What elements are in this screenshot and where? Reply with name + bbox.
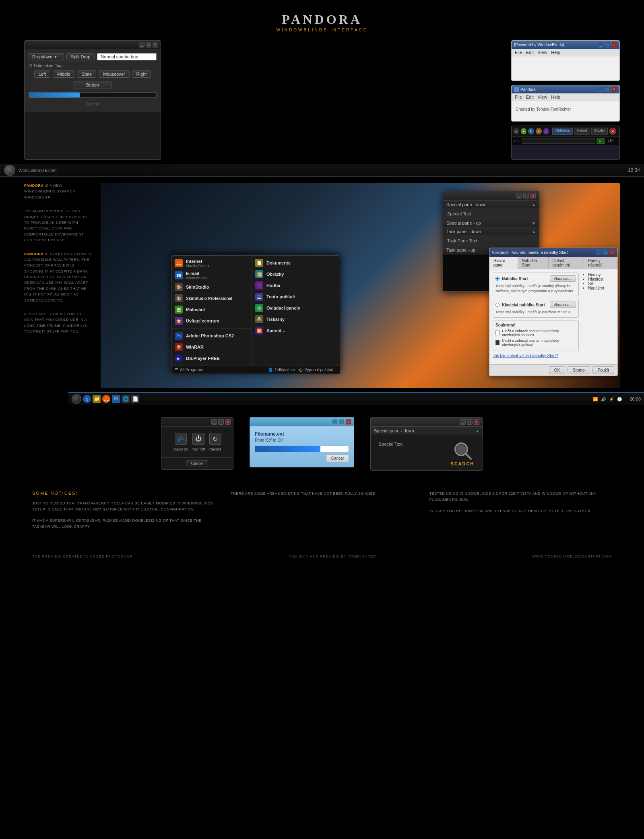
wb-maximize[interactable]: □	[605, 42, 610, 48]
pandora-menu-file[interactable]: File	[515, 95, 522, 99]
check2-box[interactable]	[495, 340, 500, 345]
all-programs-btn[interactable]: ☰ All Programs	[175, 368, 203, 372]
browser-refresh-btn[interactable]: ↻	[528, 128, 534, 134]
right-button[interactable]: Right	[132, 70, 151, 78]
main-button[interactable]: Button	[74, 81, 111, 89]
shut-max[interactable]: □	[218, 419, 224, 425]
fc-max[interactable]: □	[339, 419, 345, 425]
props-tab-oblast[interactable]: Oblast oznámení	[549, 257, 584, 269]
turnoff-btn[interactable]: ⏻ Turn Off	[192, 433, 205, 451]
browser-home-btn[interactable]: ⌂	[543, 128, 549, 134]
oblibena-btn[interactable]: Oblíbená	[552, 128, 573, 135]
props-tab-hlavni[interactable]: Hlavní panel	[489, 257, 518, 269]
tb-extra2-icon[interactable]: 📄	[131, 395, 139, 403]
tb-folder-icon[interactable]: 📁	[93, 395, 101, 403]
shut-min[interactable]: _	[211, 419, 217, 425]
wb-menu-file[interactable]: File	[515, 50, 522, 55]
menu-skinstudio-pro[interactable]: 🎨 SkinStudio Professional	[171, 293, 252, 304]
odhlasit-btn[interactable]: 👤 Odhlásit se	[268, 368, 295, 372]
wb-minimize[interactable]: _	[598, 42, 603, 48]
sw-min[interactable]: _	[460, 419, 466, 425]
menu-spustit[interactable]: ▶️ Spustit...	[252, 325, 340, 336]
menu-winrar[interactable]: 📦 WinRAR	[171, 341, 252, 353]
props-link[interactable]: Jak lze změnit vzhled nabídky Start?	[493, 353, 579, 358]
menu-hudba[interactable]: 🎵 Hudba	[252, 280, 340, 291]
pandora-menu-view[interactable]: View	[538, 95, 547, 99]
wb-close[interactable]: ✕	[611, 42, 617, 48]
klasicka-radio[interactable]	[495, 303, 500, 307]
pouzit-btn[interactable]: Použít	[592, 366, 614, 374]
storno-btn[interactable]: Storno	[568, 366, 590, 374]
restart-btn[interactable]: ↻ Restart	[209, 433, 221, 451]
menu-tiskarny[interactable]: 🖨️ Tiskárny	[252, 314, 340, 325]
menu-ovladaci[interactable]: ⚙️ Ovládací panely	[252, 302, 340, 314]
task-pane-down-header[interactable]: Task pane - down ▲	[443, 227, 539, 236]
sp-close[interactable]: ✕	[530, 193, 536, 198]
browser-addr-input[interactable]	[522, 138, 595, 144]
standby-btn[interactable]: 💤 Stand By	[173, 433, 188, 451]
props-close[interactable]: ✕	[609, 250, 615, 255]
menu-uvitaci[interactable]: ⭐ Uvítací centrum	[171, 315, 252, 327]
shutdown-cancel-btn[interactable]: Cancel	[186, 460, 208, 467]
browser-forward-btn[interactable]: ●	[521, 128, 527, 134]
menu-dokumenty[interactable]: 📄 Dokumenty	[252, 257, 340, 269]
tb-mail-icon[interactable]: ✉	[112, 395, 120, 403]
vlastnosti-1-btn[interactable]: Vlastnosti...	[550, 275, 576, 282]
tb-ie-icon[interactable]: e	[83, 395, 91, 403]
browser-back-btn[interactable]: ◀	[513, 128, 519, 134]
pandora-close[interactable]: ✕	[611, 87, 617, 92]
menu-photoshop[interactable]: Ps Adobe Photoshop CS2	[171, 330, 252, 341]
combobox-input[interactable]: Normal combo box	[97, 53, 157, 60]
props-tab-panely[interactable]: Panely nástrojů	[584, 257, 617, 269]
tb-extra1-icon[interactable]: 🌐	[122, 395, 130, 403]
browser-stop-btn[interactable]: ✕	[536, 128, 542, 134]
browser-go-btn[interactable]: ▶	[597, 138, 605, 144]
nabidka-radio[interactable]	[495, 277, 500, 281]
wb-menu-view[interactable]: View	[538, 50, 547, 55]
mouseover-button[interactable]: Mouseover	[99, 70, 129, 78]
ok-btn[interactable]: OK	[549, 366, 565, 374]
fc-min[interactable]: _	[332, 419, 338, 425]
maximize-button[interactable]: □	[146, 42, 151, 48]
sp-minimize[interactable]: _	[516, 193, 522, 198]
sw-close[interactable]: ✕	[474, 419, 479, 425]
special-pane-down-header[interactable]: Special pane - down ▲	[443, 200, 539, 209]
close-button[interactable]: ✕	[153, 42, 158, 48]
left-button[interactable]: Left	[34, 70, 50, 78]
wb-menu-edit[interactable]: Edit	[526, 50, 534, 55]
props-maximize[interactable]: □	[603, 250, 608, 255]
sp-maximize[interactable]: □	[523, 193, 529, 198]
browser-x-btn[interactable]: ✕	[609, 128, 616, 135]
fc-close[interactable]: ✕	[346, 419, 351, 425]
shut-close[interactable]: ✕	[225, 419, 231, 425]
cancel-filecopy-btn[interactable]: Cancel	[326, 455, 349, 462]
minimize-button[interactable]: _	[139, 42, 144, 48]
vypnout-btn[interactable]: ⏻ Vypnout počítač...	[299, 368, 336, 372]
slozby-btn[interactable]: Složby	[591, 128, 608, 135]
menu-obrazky[interactable]: 🖼️ Obrázky	[252, 269, 340, 280]
hledat-btn[interactable]: Hledat	[574, 128, 590, 135]
pandora-menu-edit[interactable]: Edit	[526, 95, 534, 99]
menu-computer[interactable]: 💻 Tento počítač	[252, 291, 340, 302]
pandora-menu-help[interactable]: Help	[551, 95, 560, 99]
state-button[interactable]: State	[77, 70, 96, 78]
tb-firefox-icon[interactable]: 🦊	[102, 395, 110, 403]
check1-box[interactable]	[495, 331, 500, 335]
special-pane-up-header[interactable]: Special pane - up ▼	[443, 219, 539, 227]
menu-malovani[interactable]: 🖼️ Malování	[171, 304, 252, 315]
menu-bsplayer[interactable]: ▶ BS.Player FREE	[171, 353, 252, 364]
search-special-pane-down[interactable]: Special pane - down ▲	[371, 427, 483, 435]
taskbar-start-orb[interactable]	[72, 394, 81, 404]
pandora-maximize[interactable]: □	[605, 87, 610, 92]
menu-internet[interactable]: 🦊 Internet Mozilla Firefox	[171, 257, 252, 269]
menu-skinstudio[interactable]: 🎨 SkinStudio	[171, 281, 252, 293]
start-orb[interactable]	[4, 165, 15, 176]
dropdown-button[interactable]: Dropdown▼	[29, 53, 64, 60]
props-minimize[interactable]: _	[596, 250, 601, 255]
props-tab-nabidka[interactable]: Nabídka Start	[518, 257, 549, 269]
sw-max[interactable]: □	[467, 419, 473, 425]
middle-button[interactable]: Middle	[53, 70, 74, 78]
vlastnosti-2-btn[interactable]: Vlastnosti...	[550, 302, 576, 308]
pandora-minimize[interactable]: _	[598, 87, 603, 92]
wb-menu-help[interactable]: Help	[551, 50, 560, 55]
